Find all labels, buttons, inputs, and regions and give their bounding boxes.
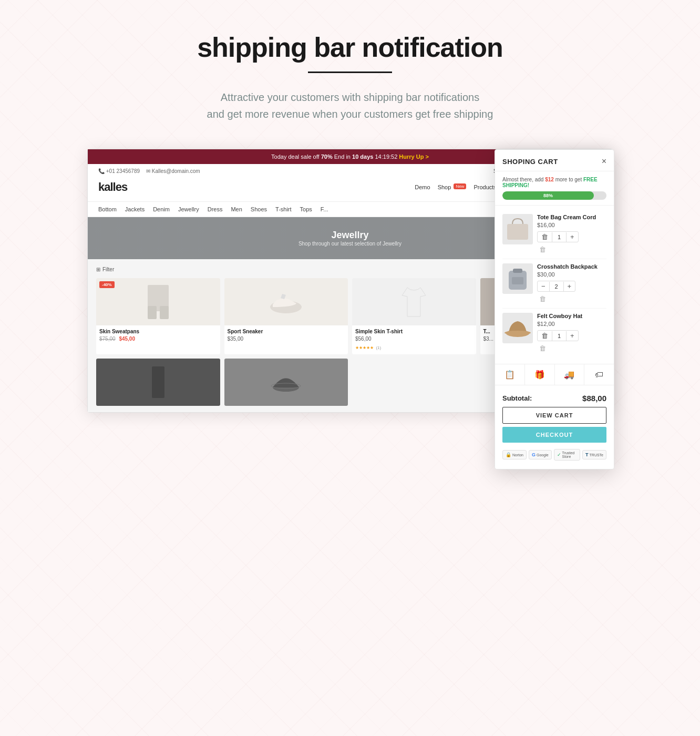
product-image xyxy=(352,278,476,325)
cart-panel: SHOPING CART × Almost there, add $12 mor… xyxy=(495,149,614,469)
product-card[interactable] xyxy=(96,359,220,406)
cart-item-name: Crosshatch Backpack xyxy=(537,263,606,270)
cart-item-image xyxy=(502,263,533,294)
cat-more[interactable]: F... xyxy=(321,206,328,212)
cat-bottom[interactable]: Bottom xyxy=(98,206,117,212)
svg-rect-9 xyxy=(513,269,522,273)
product-image xyxy=(96,359,220,406)
qty-increase-button[interactable]: + xyxy=(567,331,578,341)
cart-item-image xyxy=(502,313,533,343)
qty-decrease-button[interactable]: 🗑 xyxy=(538,331,552,341)
store-logo: kalles xyxy=(98,180,127,194)
hero-title: Jewellry xyxy=(331,230,368,241)
nav-demo[interactable]: Demo xyxy=(415,184,430,190)
delete-item-button[interactable]: 🗑 xyxy=(537,343,548,353)
svg-rect-1 xyxy=(148,306,157,319)
cat-tshirt[interactable]: T-shirt xyxy=(275,206,292,212)
qty-value: 1 xyxy=(552,331,567,341)
trust-badge-truste: T TRUSTe xyxy=(582,450,606,459)
coupon-icon: 🏷 xyxy=(595,370,603,380)
cart-item: Felt Cowboy Hat $12,00 🗑 1 + 🗑 xyxy=(502,309,606,357)
email: ✉ Kalles@domain.com xyxy=(146,168,200,174)
cart-action-notes[interactable]: 📋 xyxy=(495,364,525,385)
qty-value: 1 xyxy=(552,232,567,242)
product-card[interactable]: Sport Sneaker $35,00 xyxy=(224,278,348,354)
subtitle: Attractive your customers with shipping … xyxy=(166,89,534,122)
filter-icon: ⊞ xyxy=(96,267,100,272)
qty-increase-button[interactable]: + xyxy=(567,232,578,242)
cart-item: Crosshatch Backpack $30,00 − 2 + 🗑 xyxy=(502,259,606,309)
trust-badge-google: G Google xyxy=(529,450,552,459)
qty-decrease-button[interactable]: − xyxy=(538,281,549,291)
nav-products[interactable]: Products xyxy=(473,184,496,190)
cart-item-name: Tote Bag Cream Cord xyxy=(537,214,606,220)
demo-container: Today deal sale off 70% End in 10 days 1… xyxy=(87,149,613,413)
shipping-progress-bar: 88% xyxy=(502,191,606,200)
cat-men[interactable]: Men xyxy=(231,206,242,212)
cat-shoes[interactable]: Shoes xyxy=(251,206,267,212)
cat-jewellry[interactable]: Jewellry xyxy=(178,206,199,212)
product-image xyxy=(224,278,348,325)
cat-dress[interactable]: Dress xyxy=(208,206,223,212)
cart-item: Tote Bag Cream Cord $16,00 🗑 1 + 🗑 xyxy=(502,210,606,259)
product-stars: ★★★★★ xyxy=(355,345,374,350)
svg-point-12 xyxy=(505,331,531,335)
cart-action-gift[interactable]: 🎁 xyxy=(525,364,555,385)
product-image: -40% xyxy=(96,278,220,325)
cat-jackets[interactable]: Jackets xyxy=(125,206,145,212)
cart-item-price: $12,00 xyxy=(537,321,606,327)
gift-icon: 🎁 xyxy=(534,370,545,380)
product-price: $75,00 $45,00 xyxy=(99,336,217,342)
cart-item-details: Crosshatch Backpack $30,00 − 2 + 🗑 xyxy=(537,263,606,304)
trust-badges: 🔒 Norton G Google ✓ Trusted Store T TRUS… xyxy=(495,447,614,461)
qty-control: 🗑 1 + xyxy=(537,330,579,341)
product-name: Simple Skin T-shirt xyxy=(355,329,473,334)
nav-shop[interactable]: Shop New xyxy=(438,184,467,190)
cat-denim[interactable]: Denim xyxy=(153,206,170,212)
subtotal-label: Subtotal: xyxy=(502,394,532,402)
product-card[interactable]: Simple Skin T-shirt $56,00 ★★★★★ (1) xyxy=(352,278,476,354)
empty-slot xyxy=(352,359,476,406)
product-card[interactable] xyxy=(224,359,348,406)
qty-decrease-button[interactable]: 🗑 xyxy=(538,232,552,242)
product-price: $35,00 xyxy=(228,336,345,342)
cart-action-coupon[interactable]: 🏷 xyxy=(584,364,614,385)
cart-item-price: $30,00 xyxy=(537,271,606,278)
cart-action-shipping[interactable]: 🚚 xyxy=(555,364,585,385)
filter-button[interactable]: ⊞ Filter xyxy=(96,267,114,272)
cart-buttons: VIEW CART CHECKOUT xyxy=(495,407,614,443)
svg-rect-10 xyxy=(512,277,523,284)
cart-items-list: Tote Bag Cream Cord $16,00 🗑 1 + 🗑 xyxy=(495,206,614,362)
svg-rect-7 xyxy=(507,224,528,240)
cart-item-image xyxy=(502,214,533,244)
product-name: Sport Sneaker xyxy=(228,329,345,334)
progress-fill: 88% xyxy=(502,191,594,200)
product-image xyxy=(224,359,348,406)
checkout-button[interactable]: CHECKOUT xyxy=(502,427,606,443)
product-card[interactable]: -40% Skin Sweatpans $75,00 $45,00 xyxy=(96,278,220,354)
truste-icon: T xyxy=(585,452,589,457)
shipping-bar-section: Almost there, add $12 more to get FREE S… xyxy=(495,171,614,206)
product-badge: -40% xyxy=(99,281,115,288)
notes-icon: 📋 xyxy=(505,370,515,380)
product-price: $56,00 xyxy=(355,336,473,342)
cart-subtotal: Subtotal: $88,00 xyxy=(495,387,614,407)
google-icon: G xyxy=(532,452,536,457)
subtotal-value: $88,00 xyxy=(582,394,606,403)
qty-increase-button[interactable]: + xyxy=(564,281,575,291)
title-divider xyxy=(308,71,392,73)
review-count: (1) xyxy=(376,345,381,350)
page-title: shipping bar notification xyxy=(11,32,689,63)
delete-item-button[interactable]: 🗑 xyxy=(537,244,548,254)
norton-icon: 🔒 xyxy=(506,452,511,457)
cart-item-details: Felt Cowboy Hat $12,00 🗑 1 + 🗑 xyxy=(537,313,606,353)
delete-item-button[interactable]: 🗑 xyxy=(537,294,548,304)
qty-control: − 2 + xyxy=(537,281,575,292)
cart-close-button[interactable]: × xyxy=(602,157,606,166)
shipping-text: Almost there, add $12 more to get FREE S… xyxy=(502,177,606,188)
svg-rect-2 xyxy=(160,306,169,319)
svg-rect-4 xyxy=(152,366,164,398)
cat-tops[interactable]: Tops xyxy=(300,206,312,212)
cart-item-price: $16,00 xyxy=(537,222,606,228)
view-cart-button[interactable]: VIEW CART xyxy=(502,407,606,424)
